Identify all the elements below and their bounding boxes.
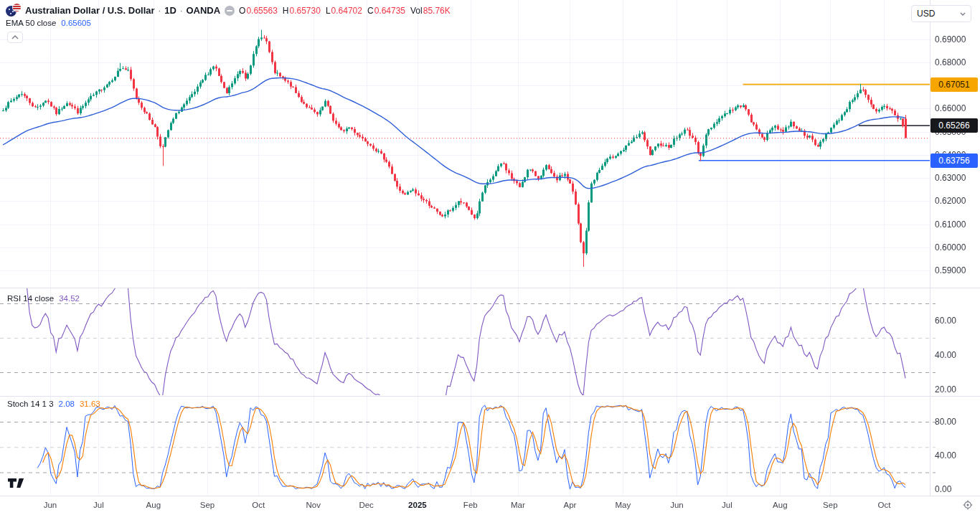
- stoch-tick-label: 0.00: [935, 484, 951, 494]
- rsi-tick-label: 20.00: [935, 384, 956, 394]
- separator-dot: ·: [157, 5, 161, 16]
- rsi-indicator-row[interactable]: RSI 14 close 34.52: [7, 294, 80, 303]
- currency-value: USD: [917, 9, 935, 19]
- price-tick-label: 0.66000: [935, 103, 966, 113]
- volume-label: Vol: [410, 6, 423, 16]
- price-tick-label: 0.69000: [935, 34, 966, 44]
- currency-selector[interactable]: USD: [911, 5, 971, 22]
- symbol-title[interactable]: Australian Dollar / U.S. Dollar · 1D · O…: [25, 5, 220, 16]
- low-label: L: [326, 6, 331, 16]
- time-axis-label: 2025: [408, 501, 427, 509]
- time-axis-label: Nov: [306, 501, 321, 509]
- time-axis-label: Apr: [563, 501, 576, 509]
- time-axis-label: Sep: [823, 501, 837, 509]
- chevron-down-icon: [960, 12, 966, 16]
- price-tick-label: 0.61000: [935, 219, 966, 230]
- ema-indicator-row[interactable]: EMA 50 close 0.65605: [6, 19, 91, 27]
- time-axis-label: Sep: [200, 501, 215, 509]
- time-axis-label: Dec: [359, 501, 373, 509]
- time-axis-label: Mar: [511, 501, 525, 509]
- separator-dot: ·: [179, 5, 183, 16]
- time-axis-label: Jul: [93, 501, 104, 509]
- ema-value: 0.65605: [61, 19, 91, 27]
- audusd-pair-icon: [6, 4, 21, 17]
- time-axis-label: Aug: [146, 501, 161, 509]
- chevron-up-icon: [11, 35, 19, 39]
- price-tick-label: 0.62000: [935, 196, 966, 206]
- close-label: C: [367, 6, 374, 16]
- rsi-value: 34.52: [59, 294, 80, 303]
- symbol-name: Australian Dollar / U.S. Dollar: [25, 5, 155, 16]
- us-flag-icon: [13, 4, 21, 11]
- price-tick-label: 0.68000: [935, 57, 966, 67]
- price-tick-label: 0.60000: [935, 242, 966, 252]
- hide-indicator-icon[interactable]: [225, 6, 235, 16]
- high-value: 0.65730: [290, 6, 321, 16]
- chart-canvas[interactable]: [0, 0, 980, 515]
- price-tick-label: 0.63000: [935, 173, 966, 183]
- collapse-pane-button[interactable]: [7, 32, 23, 43]
- time-axis-label: May: [615, 501, 631, 509]
- ema-label: EMA 50 close: [6, 19, 56, 27]
- time-axis-label: Jul: [722, 501, 732, 509]
- volume-value: 85.76K: [423, 6, 451, 16]
- ohlc-readout: O0.65563 H0.65730 L0.64702 C0.64735 Vol8…: [239, 6, 451, 16]
- stoch-k-value: 2.08: [59, 400, 75, 408]
- time-axis-label: Feb: [463, 501, 478, 509]
- close-value: 0.64735: [374, 6, 405, 16]
- open-value: 0.65563: [246, 6, 277, 16]
- time-axis-label: Oct: [252, 501, 265, 509]
- interval-label[interactable]: 1D: [164, 5, 176, 16]
- symbol-header[interactable]: Australian Dollar / U.S. Dollar · 1D · O…: [6, 4, 451, 17]
- time-axis-label: Jun: [670, 501, 684, 509]
- price-level-badge: 0.65266: [930, 118, 978, 133]
- exchange-label: OANDA: [186, 5, 220, 16]
- stoch-tick-label: 80.00: [935, 417, 956, 427]
- timezone-settings-icon[interactable]: [963, 500, 973, 513]
- stoch-label: Stoch 14 1 3: [7, 400, 54, 408]
- time-axis-label: Aug: [773, 501, 787, 509]
- time-axis-label: Oct: [878, 501, 891, 509]
- rsi-tick-label: 60.00: [935, 316, 956, 326]
- tradingview-logo-icon[interactable]: [7, 478, 26, 491]
- tradingview-chart-app: Australian Dollar / U.S. Dollar · 1D · O…: [0, 0, 980, 515]
- price-tick-label: 0.59000: [935, 265, 966, 275]
- stoch-indicator-row[interactable]: Stoch 14 1 3 2.08 31.63: [7, 400, 100, 408]
- stoch-d-value: 31.63: [80, 400, 100, 408]
- price-level-badge: 0.67051: [930, 77, 978, 92]
- price-level-badge: 0.63756: [930, 153, 978, 168]
- low-value: 0.64702: [331, 6, 362, 16]
- high-label: H: [283, 6, 289, 16]
- rsi-label: RSI 14 close: [7, 294, 54, 303]
- time-axis-label: Jun: [44, 501, 57, 509]
- open-label: O: [239, 6, 245, 16]
- stoch-tick-label: 40.00: [935, 450, 956, 460]
- rsi-tick-label: 40.00: [935, 350, 956, 360]
